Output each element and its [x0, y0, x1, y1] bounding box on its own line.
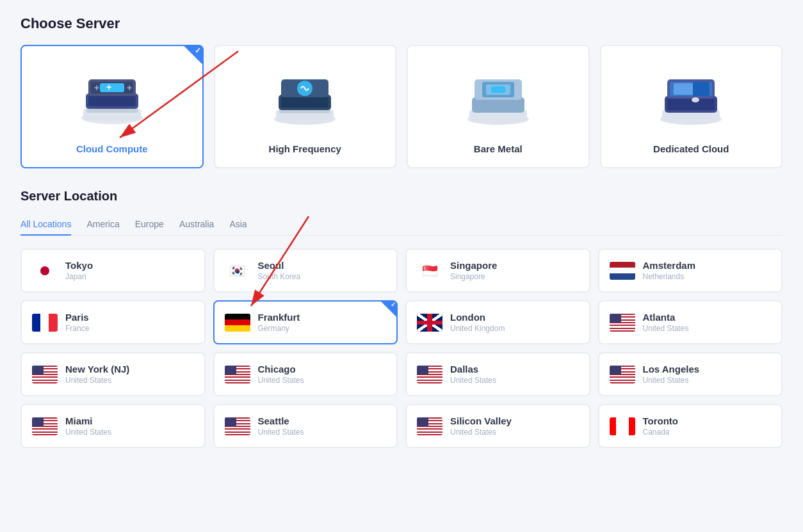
flag-germany — [225, 314, 250, 332]
location-tokyo[interactable]: Tokyo Japan — [20, 248, 206, 293]
country-toronto: Canada — [643, 428, 679, 437]
city-silicon-valley: Silicon Valley — [450, 415, 512, 426]
city-atlanta: Atlanta — [643, 312, 689, 323]
location-grid: Tokyo Japan 🇰🇷 Seoul South Korea 🇸🇬 Sing… — [20, 248, 783, 448]
flag-france — [32, 314, 58, 332]
flag-south-korea: 🇰🇷 — [225, 262, 250, 280]
city-new-york: New York (NJ) — [65, 364, 129, 375]
location-new-york[interactable]: New York (NJ) United States — [20, 352, 206, 396]
svg-rect-30 — [667, 99, 715, 110]
server-type-bare-metal[interactable]: Bare Metal — [407, 45, 590, 168]
location-seoul[interactable]: 🇰🇷 Seoul South Korea — [213, 248, 398, 293]
high-frequency-icon — [228, 59, 383, 136]
cloud-compute-icon: + + + — [35, 59, 190, 136]
flag-us-chicago — [225, 366, 250, 383]
svg-rect-17 — [281, 97, 328, 108]
page-title: Choose Server — [20, 15, 783, 32]
server-type-grid: + + + Cloud Compute — [20, 45, 783, 168]
flag-us-siliconvalley — [417, 417, 442, 435]
country-seoul: South Korea — [258, 272, 301, 281]
country-paris: France — [65, 324, 89, 333]
location-los-angeles[interactable]: Los Angeles United States — [598, 352, 783, 396]
location-seattle[interactable]: Seattle United States — [213, 404, 398, 448]
svg-point-35 — [692, 97, 699, 102]
flag-singapore: 🇸🇬 — [417, 262, 442, 280]
location-dallas[interactable]: Dallas United States — [405, 352, 590, 396]
city-seoul: Seoul — [258, 260, 301, 271]
location-atlanta[interactable]: Atlanta United States — [598, 300, 783, 344]
svg-rect-9 — [100, 83, 124, 92]
page-container: Choose Server — [0, 0, 803, 532]
tab-europe[interactable]: Europe — [135, 214, 164, 236]
svg-rect-26 — [491, 86, 505, 93]
flag-us-newyork — [32, 366, 58, 383]
server-location-title: Server Location — [20, 189, 783, 204]
country-silicon-valley: United States — [450, 428, 512, 437]
location-singapore[interactable]: 🇸🇬 Singapore Singapore — [405, 248, 590, 293]
country-tokyo: Japan — [65, 272, 93, 281]
server-type-cloud-compute[interactable]: + + + Cloud Compute — [20, 45, 204, 168]
location-tabs: All Locations America Europe Australia A… — [20, 214, 783, 236]
bare-metal-label: Bare Metal — [421, 143, 576, 154]
svg-rect-6 — [88, 96, 136, 106]
location-amsterdam[interactable]: Amsterdam Netherlands — [598, 248, 783, 293]
cloud-compute-label: Cloud Compute — [35, 143, 190, 154]
country-atlanta: United States — [643, 324, 689, 333]
svg-text:+: + — [94, 83, 99, 93]
city-london: London — [450, 312, 505, 323]
tab-all-locations[interactable]: All Locations — [20, 214, 71, 236]
flag-netherlands — [610, 262, 635, 280]
tab-asia[interactable]: Asia — [229, 214, 247, 236]
city-chicago: Chicago — [258, 364, 304, 375]
flag-canada — [610, 417, 635, 435]
country-new-york: United States — [65, 376, 129, 385]
city-amsterdam: Amsterdam — [643, 260, 696, 271]
location-paris[interactable]: Paris France — [20, 300, 206, 344]
country-dallas: United States — [450, 376, 496, 385]
country-los-angeles: United States — [643, 376, 700, 385]
tab-america[interactable]: America — [86, 214, 119, 236]
flag-us-atlanta — [610, 314, 635, 332]
city-miami: Miami — [65, 415, 111, 426]
flag-us-dallas — [417, 366, 442, 383]
country-miami: United States — [65, 428, 111, 437]
flag-japan — [32, 262, 58, 280]
server-type-high-frequency[interactable]: High Frequency — [214, 45, 397, 168]
country-frankfurt: Germany — [258, 324, 300, 333]
dedicated-cloud-label: Dedicated Cloud — [614, 143, 769, 154]
city-singapore: Singapore — [450, 260, 497, 271]
city-tokyo: Tokyo — [65, 260, 93, 271]
flag-uk — [417, 314, 442, 332]
city-seattle: Seattle — [258, 415, 304, 426]
server-location-section: Server Location All Locations America Eu… — [20, 189, 783, 448]
tab-australia[interactable]: Australia — [179, 214, 214, 236]
flag-us-miami — [32, 417, 58, 435]
flag-us-losangeles — [610, 366, 635, 383]
frankfurt-selected-badge — [380, 300, 398, 318]
location-london[interactable]: London United Kingdom — [405, 300, 590, 344]
server-type-dedicated-cloud[interactable]: Dedicated Cloud — [600, 45, 783, 168]
country-chicago: United States — [258, 376, 304, 385]
country-london: United Kingdom — [450, 324, 505, 333]
svg-text:+: + — [106, 82, 111, 92]
city-toronto: Toronto — [643, 415, 679, 426]
country-singapore: Singapore — [450, 272, 497, 281]
city-paris: Paris — [65, 312, 89, 323]
country-amsterdam: Netherlands — [643, 272, 696, 281]
city-frankfurt: Frankfurt — [258, 312, 300, 323]
country-seattle: United States — [258, 428, 304, 437]
location-miami[interactable]: Miami United States — [20, 404, 206, 448]
svg-text:+: + — [127, 83, 132, 93]
bare-metal-icon — [421, 59, 576, 136]
location-toronto[interactable]: Toronto Canada — [598, 404, 783, 448]
city-dallas: Dallas — [450, 364, 496, 375]
high-frequency-label: High Frequency — [228, 143, 383, 154]
flag-us-seattle — [225, 417, 250, 435]
location-silicon-valley[interactable]: Silicon Valley United States — [405, 404, 590, 448]
dedicated-cloud-icon — [614, 59, 769, 136]
city-los-angeles: Los Angeles — [643, 364, 700, 375]
location-frankfurt[interactable]: Frankfurt Germany — [213, 300, 398, 344]
location-chicago[interactable]: Chicago United States — [213, 352, 398, 396]
svg-rect-34 — [693, 82, 710, 96]
